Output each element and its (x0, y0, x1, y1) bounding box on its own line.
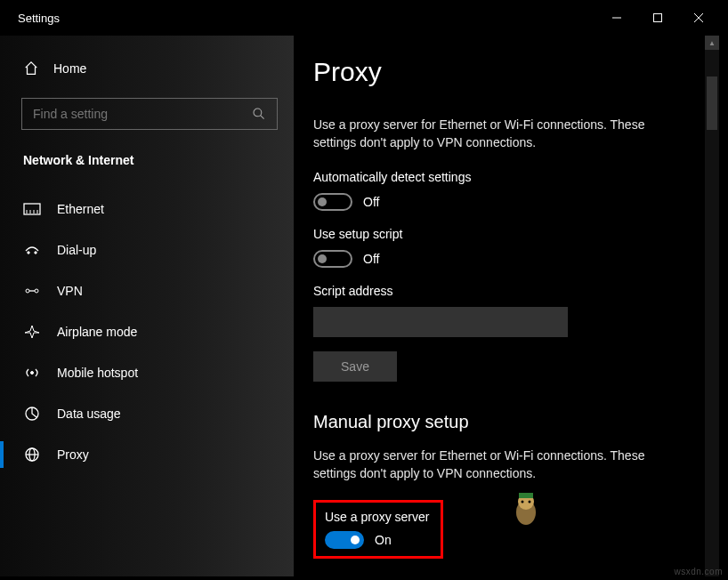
search-input[interactable] (33, 107, 243, 121)
sidebar: Home Network & Internet Ethernet Dial-up… (0, 36, 294, 576)
maximize-button[interactable] (637, 4, 678, 32)
page-title: Proxy (313, 57, 700, 87)
sidebar-item-hotspot[interactable]: Mobile hotspot (0, 352, 294, 393)
watermark: wsxdn.com (674, 567, 723, 576)
auto-detect-state: Off (363, 195, 379, 209)
use-proxy-toggle[interactable] (325, 531, 364, 549)
maximize-icon (652, 12, 663, 23)
sidebar-item-vpn[interactable]: VPN (0, 270, 294, 311)
svg-point-11 (28, 252, 29, 254)
use-proxy-state: On (375, 533, 392, 547)
auto-detect-label: Automatically detect settings (313, 170, 700, 184)
svg-point-13 (26, 289, 29, 293)
sidebar-item-proxy[interactable]: Proxy (0, 434, 294, 475)
window-title: Settings (18, 12, 60, 25)
save-button[interactable]: Save (313, 351, 397, 382)
home-icon (23, 60, 39, 77)
content-pane: Proxy Use a proxy server for Ethernet or… (294, 36, 719, 576)
script-address-label: Script address (313, 284, 700, 298)
use-proxy-label: Use a proxy server (325, 510, 432, 524)
svg-point-4 (254, 109, 262, 117)
home-label: Home (53, 61, 86, 76)
svg-rect-23 (519, 493, 533, 498)
svg-point-12 (35, 252, 36, 254)
globe-icon (23, 447, 41, 463)
ethernet-icon (23, 201, 41, 217)
sidebar-item-label: Ethernet (57, 202, 104, 216)
setup-script-state: Off (363, 252, 379, 266)
auto-proxy-desc: Use a proxy server for Ethernet or Wi-Fi… (313, 116, 687, 152)
scrollbar-thumb[interactable] (707, 77, 717, 130)
setup-script-label: Use setup script (313, 227, 700, 241)
svg-line-5 (261, 116, 264, 119)
search-box[interactable] (21, 98, 278, 130)
window-controls (596, 4, 719, 32)
minimize-button[interactable] (596, 4, 637, 32)
titlebar: Settings (0, 0, 719, 36)
close-icon (693, 12, 704, 23)
sidebar-item-airplane[interactable]: Airplane mode (0, 311, 294, 352)
hotspot-icon (23, 365, 41, 381)
sidebar-item-label: Mobile hotspot (57, 366, 138, 380)
svg-point-16 (31, 372, 34, 375)
dialup-icon (23, 242, 41, 258)
vpn-icon (23, 283, 41, 299)
use-proxy-highlight: Use a proxy server On (313, 500, 443, 559)
home-nav[interactable]: Home (0, 52, 294, 85)
sidebar-item-label: VPN (57, 284, 83, 298)
mascot-icon (511, 489, 541, 527)
sidebar-item-label: Proxy (57, 447, 89, 462)
svg-point-25 (529, 501, 531, 503)
setup-script-toggle[interactable] (313, 250, 352, 268)
script-address-input[interactable] (313, 307, 568, 337)
manual-setup-heading: Manual proxy setup (313, 412, 700, 432)
sidebar-item-label: Airplane mode (57, 325, 137, 339)
airplane-icon (23, 324, 41, 340)
data-usage-icon (23, 406, 41, 422)
sidebar-item-label: Dial-up (57, 243, 96, 257)
scrollbar[interactable]: ▲ (705, 36, 719, 576)
scroll-up-arrow[interactable]: ▲ (705, 36, 719, 50)
manual-proxy-desc: Use a proxy server for Ethernet or Wi-Fi… (313, 447, 687, 483)
minimize-icon (611, 12, 622, 23)
close-button[interactable] (678, 4, 719, 32)
search-icon (252, 107, 266, 121)
svg-point-14 (35, 289, 38, 293)
sidebar-item-datausage[interactable]: Data usage (0, 393, 294, 434)
auto-detect-toggle[interactable] (313, 193, 352, 211)
section-label: Network & Internet (0, 148, 294, 189)
sidebar-item-dialup[interactable]: Dial-up (0, 230, 294, 270)
sidebar-item-ethernet[interactable]: Ethernet (0, 189, 294, 230)
svg-point-24 (522, 501, 524, 503)
svg-rect-1 (654, 14, 662, 22)
sidebar-item-label: Data usage (57, 407, 121, 421)
